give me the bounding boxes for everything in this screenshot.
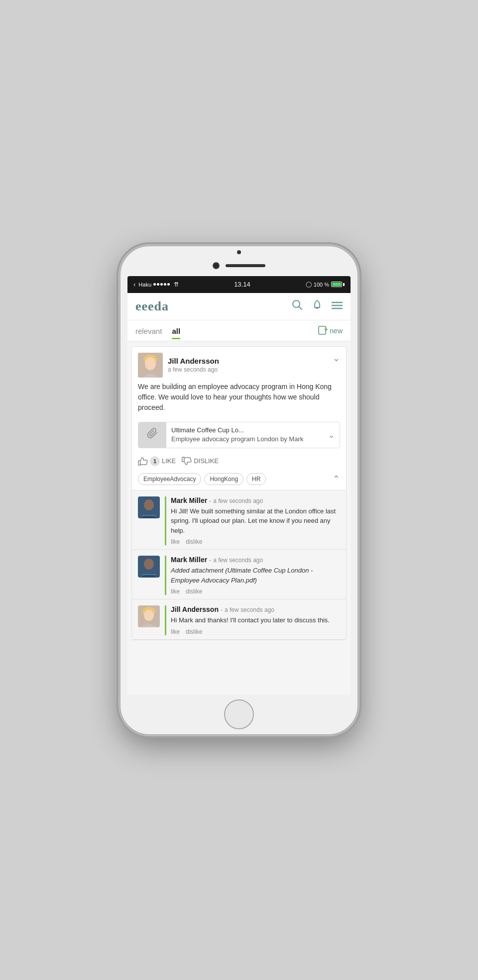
comment-3-avatar: [138, 605, 160, 627]
tag-hr[interactable]: HR: [246, 473, 266, 485]
svg-line-1: [299, 307, 302, 310]
battery-percent: 100 %: [314, 282, 329, 288]
post-text: We are building an employee advocacy pro…: [138, 383, 332, 411]
phone-frame: ‹ Haku ⇈ 13.14 ◯ 100 %: [120, 245, 358, 735]
comment-1-actions: like dislike: [171, 538, 340, 545]
battery-tip: [343, 283, 345, 286]
carrier-label: Haku: [138, 282, 151, 288]
attachment-chevron-icon[interactable]: ⌄: [328, 422, 340, 448]
status-left: ‹ Haku ⇈: [133, 281, 179, 288]
search-icon[interactable]: [292, 299, 303, 313]
svg-point-17: [144, 610, 154, 621]
comment-3-author: Jill Andersson: [171, 605, 219, 613]
comment-1-dislike[interactable]: dislike: [186, 538, 202, 545]
new-button-label: new: [330, 327, 343, 335]
new-post-button[interactable]: new: [318, 325, 343, 341]
like-label: LIKE: [162, 457, 176, 465]
new-post-icon: [318, 325, 328, 337]
post-card: Jill Andersson a few seconds ago ⌄ We ar…: [131, 346, 347, 640]
signal-dots: [153, 283, 170, 286]
post-body: We are building an employee advocacy pro…: [132, 382, 346, 418]
comment-2-actions: like dislike: [171, 588, 340, 595]
comment-3-dislike[interactable]: dislike: [186, 628, 202, 635]
post-attachment[interactable]: Ultimate Coffee Cup Lo... Employee advoc…: [138, 422, 340, 448]
post-time: a few seconds ago: [168, 366, 219, 373]
dislike-button[interactable]: DISLIKE: [182, 457, 219, 466]
menu-icon[interactable]: [332, 300, 343, 312]
like-button[interactable]: 1 LIKE: [138, 456, 176, 466]
comment-2-dislike[interactable]: dislike: [186, 588, 202, 595]
comments-section: Mark Miller - a few seconds ago Hi Jill!…: [132, 490, 346, 640]
svg-point-10: [145, 357, 156, 370]
camera-dot: [213, 262, 220, 269]
main-content: Jill Andersson a few seconds ago ⌄ We ar…: [127, 341, 351, 694]
header-icons: [292, 299, 343, 313]
wifi-icon: ⇈: [174, 281, 179, 288]
comment-3-content: Jill Andersson - a few seconds ago Hi Ma…: [165, 605, 340, 635]
post-chevron-down-icon[interactable]: ⌄: [333, 353, 340, 364]
status-time: 13.14: [234, 281, 250, 288]
speaker-bar: [226, 264, 265, 267]
comment-2-like[interactable]: like: [171, 588, 180, 595]
comment-2-author: Mark Miller: [171, 556, 207, 564]
comment-1-like[interactable]: like: [171, 538, 180, 545]
comment-2-avatar: [138, 556, 160, 578]
attachment-title: Ultimate Coffee Cup Lo...: [171, 426, 323, 434]
comment-3-actions: like dislike: [171, 628, 340, 635]
signal-dot-4: [164, 283, 166, 286]
comment-1-content: Mark Miller - a few seconds ago Hi Jill!…: [165, 496, 340, 546]
post-header: Jill Andersson a few seconds ago ⌄: [132, 347, 346, 382]
phone-top-dot: [237, 250, 241, 254]
comment-3-time: a few seconds ago: [225, 606, 274, 613]
status-right: ◯ 100 %: [306, 281, 345, 288]
comment-2-time: a few seconds ago: [213, 557, 263, 564]
comment-1-separator: -: [209, 497, 211, 504]
home-button[interactable]: [224, 699, 254, 729]
comment-2: Mark Miller - a few seconds ago Added at…: [132, 550, 346, 599]
signal-dot-1: [153, 283, 156, 286]
tags-list: EmployeeAdvocacy HongKong HR: [138, 473, 266, 485]
logo-text: eeeda: [135, 299, 169, 313]
comment-2-separator: -: [209, 557, 211, 564]
comment-3-like[interactable]: like: [171, 628, 180, 635]
collapse-icon[interactable]: ⌃: [333, 474, 340, 485]
post-author-name: Jill Andersson: [168, 357, 219, 365]
svg-rect-5: [319, 326, 326, 334]
comment-1-body: Hi Jill! We built something similar at t…: [171, 506, 340, 536]
comment-2-content: Mark Miller - a few seconds ago Added at…: [165, 556, 340, 595]
battery-fill: [332, 283, 341, 286]
svg-point-14: [144, 559, 154, 570]
bell-icon[interactable]: [312, 299, 323, 313]
comment-1-author: Mark Miller: [171, 496, 207, 504]
battery-icon: [331, 282, 345, 287]
attachment-subtitle: Employee advocacy program London by Mark: [171, 435, 323, 444]
post-author-info: Jill Andersson a few seconds ago: [138, 353, 219, 378]
comment-3-body: Hi Mark and thanks! I'll contact you lat…: [171, 615, 340, 625]
status-bar: ‹ Haku ⇈ 13.14 ◯ 100 %: [127, 276, 351, 293]
dislike-label: DISLIKE: [194, 457, 219, 465]
paperclip-icon: [146, 427, 158, 442]
comment-2-header: Mark Miller - a few seconds ago: [171, 556, 340, 564]
comment-3: Jill Andersson - a few seconds ago Hi Ma…: [132, 599, 346, 640]
signal-dot-3: [160, 283, 163, 286]
tab-all[interactable]: all: [172, 327, 180, 339]
app-header: eeeda: [127, 293, 351, 320]
like-dislike-row: 1 LIKE DISLIKE: [132, 452, 346, 470]
tag-hong-kong[interactable]: HongKong: [204, 473, 243, 485]
tags-row: EmployeeAdvocacy HongKong HR ⌃: [132, 470, 346, 490]
back-arrow-icon[interactable]: ‹: [133, 281, 135, 288]
comment-1-avatar: [138, 496, 160, 518]
signal-dot-2: [157, 283, 159, 286]
battery-body: [331, 282, 342, 287]
comment-2-body: Added attachment (Ultimate Coffee Cup Lo…: [171, 566, 340, 585]
comment-1-time: a few seconds ago: [213, 497, 263, 504]
comment-3-separator: -: [221, 606, 223, 613]
tabs-left: relevant all: [135, 327, 180, 339]
tag-employee-advocacy[interactable]: EmployeeAdvocacy: [138, 473, 201, 485]
signal-dot-5: [167, 283, 170, 286]
tab-relevant[interactable]: relevant: [135, 327, 162, 339]
phone-camera-area: [120, 257, 358, 274]
attachment-info: Ultimate Coffee Cup Lo... Employee advoc…: [166, 422, 328, 448]
like-count: 1: [150, 456, 160, 466]
comment-1: Mark Miller - a few seconds ago Hi Jill!…: [132, 490, 346, 550]
